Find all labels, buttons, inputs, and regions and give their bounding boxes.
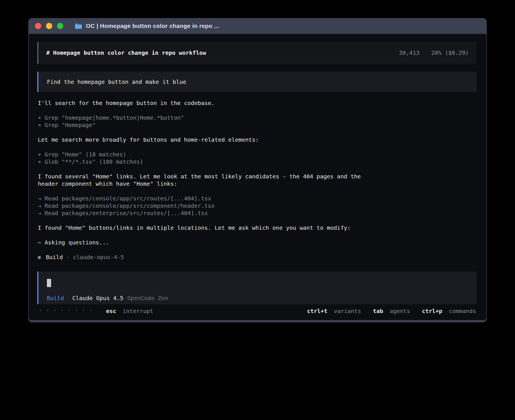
shortcut-interrupt: esc interrupt bbox=[106, 308, 154, 314]
shortcut-variants: ctrl+t variants bbox=[307, 308, 361, 314]
conversation-scroll: # Homepage button color change in repo w… bbox=[29, 34, 486, 304]
terminal-window: OC | Homepage button color change in rep… bbox=[28, 18, 487, 322]
agent-model: claude-opus-4-5 bbox=[73, 253, 124, 261]
asking-questions-status: ~ Asking questions... bbox=[38, 239, 477, 246]
shortcut-key: ctrl+p bbox=[422, 308, 442, 314]
session-meta: 39,413 20% ($0.29) bbox=[399, 49, 469, 56]
tool-call-grep: ∗ Grep "Home" (18 matches) bbox=[38, 151, 477, 158]
statusbar-shortcuts: ctrl+t variants tab agents ctrl+p comman… bbox=[295, 308, 476, 314]
assistant-paragraph: Let me search more broadly for buttons a… bbox=[38, 136, 381, 143]
session-header: # Homepage button color change in repo w… bbox=[37, 42, 477, 64]
traffic-lights bbox=[35, 23, 63, 29]
prompt-input[interactable]: Build Claude Opus 4.5 OpenCode Zen bbox=[37, 272, 477, 304]
session-title: # Homepage button color change in repo w… bbox=[46, 49, 206, 56]
assistant-paragraph: I'll search for the homepage button in t… bbox=[38, 99, 381, 107]
titlebar: OC | Homepage button color change in rep… bbox=[29, 18, 486, 34]
terminal-content: # Homepage button color change in repo w… bbox=[29, 34, 486, 320]
text-cursor bbox=[47, 279, 51, 287]
user-message-text: Find the homepage button and make it blu… bbox=[47, 78, 186, 85]
shortcut-label: agents bbox=[390, 308, 410, 314]
shortcut-label: commands bbox=[449, 308, 476, 314]
status-bar: ········ esc interrupt ctrl+t variants t… bbox=[29, 304, 486, 320]
shortcut-agents: tab agents bbox=[373, 308, 410, 314]
tool-call-group: ∗ Grep "homepage|home.*button|Home.*butt… bbox=[38, 114, 477, 129]
tool-call-group: ∗ Grep "Home" (18 matches) ∗ Glob "**/*.… bbox=[38, 151, 477, 165]
shortcut-commands: ctrl+p commands bbox=[422, 308, 476, 314]
tool-call-group: → Read packages/console/app/src/routes/[… bbox=[38, 195, 477, 217]
shortcut-label: interrupt bbox=[123, 308, 153, 314]
tool-call-read: → Read packages/console/app/src/routes/[… bbox=[38, 195, 477, 202]
minimize-button[interactable] bbox=[46, 23, 52, 29]
tool-call-grep: ∗ Grep "Homepage" bbox=[38, 121, 477, 129]
context-usage: 20% ($0.29) bbox=[431, 49, 469, 56]
shortcut-label: variants bbox=[334, 308, 361, 314]
shortcut-key: esc bbox=[106, 308, 116, 314]
token-count: 39,413 bbox=[399, 49, 419, 56]
tool-call-read: → Read packages/enterprise/src/routes/[.… bbox=[38, 209, 477, 217]
user-message: Find the homepage button and make it blu… bbox=[37, 72, 477, 92]
zoom-button[interactable] bbox=[57, 23, 63, 29]
tool-call-read: → Read packages/console/app/src/componen… bbox=[38, 202, 477, 209]
model-indicator: Claude Opus 4.5 bbox=[72, 294, 123, 302]
provider-indicator: OpenCode Zen bbox=[127, 294, 168, 302]
agent-icon: ▣ bbox=[38, 253, 41, 261]
assistant-paragraph: I found "Home" buttons/links in multiple… bbox=[38, 224, 381, 231]
agent-name: Build bbox=[46, 253, 63, 261]
spinner-dots: ········ bbox=[38, 307, 96, 314]
agent-row: ▣ Build · claude-opus-4-5 bbox=[38, 253, 477, 261]
tool-call-grep: ∗ Grep "homepage|home.*button|Home.*butt… bbox=[38, 114, 477, 121]
tool-call-glob: ∗ Glob "**/*.tsx" (100 matches) bbox=[38, 158, 477, 165]
close-button[interactable] bbox=[35, 23, 41, 29]
shortcut-key: tab bbox=[373, 308, 383, 314]
assistant-paragraph: I found several "Home" links. Let me loo… bbox=[38, 173, 381, 187]
agent-separator: · bbox=[66, 253, 69, 261]
window-title: OC | Homepage button color change in rep… bbox=[86, 23, 219, 29]
folder-icon bbox=[75, 23, 82, 29]
input-footer: Build Claude Opus 4.5 OpenCode Zen bbox=[47, 294, 469, 302]
shortcut-key: ctrl+t bbox=[307, 308, 327, 314]
mode-indicator: Build bbox=[47, 294, 64, 302]
